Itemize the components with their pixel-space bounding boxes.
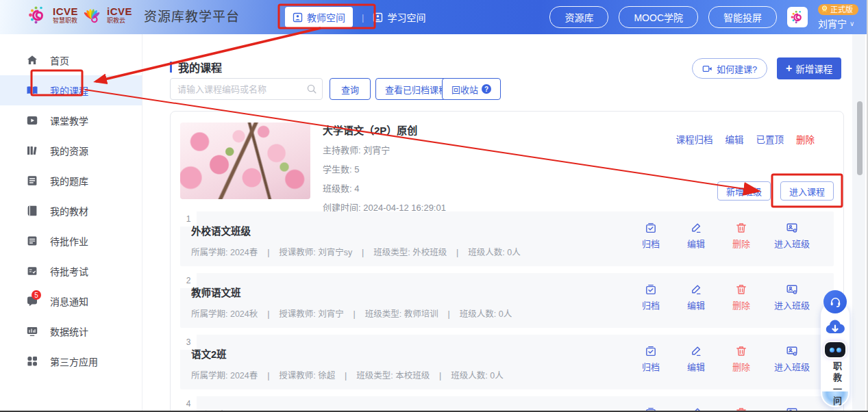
sidebar-item-home[interactable]: 首页 bbox=[0, 45, 142, 75]
enter-course-button[interactable]: 进入课程 bbox=[780, 181, 834, 201]
app-grid-icon bbox=[26, 355, 38, 368]
delete-class-button[interactable]: 删除 bbox=[720, 345, 762, 373]
trash-icon bbox=[735, 345, 747, 357]
archive-class-button[interactable]: 归档 bbox=[630, 222, 672, 250]
trash-icon bbox=[735, 283, 747, 296]
add-class-button[interactable]: 新增班级 bbox=[717, 181, 771, 201]
sidebar-item-notifications[interactable]: 5 消息通知 bbox=[0, 286, 142, 316]
teacher-space-icon bbox=[293, 12, 303, 23]
course-action-links: 课程归档 编辑 已置顶 删除 bbox=[676, 132, 815, 146]
class-meta: 所属学期: 2024秋 | 授课教师: 刘宵宁 | 班级类型: 教师培训 | 班… bbox=[191, 307, 512, 320]
scrollbar-thumb[interactable] bbox=[857, 101, 863, 175]
class-title: 语文2班 bbox=[191, 346, 227, 361]
video-camera-icon bbox=[702, 64, 712, 74]
archive-box-icon bbox=[645, 222, 657, 234]
mooc-college-button[interactable]: MOOC学院 bbox=[619, 6, 698, 28]
edit-class-button[interactable]: 编辑 bbox=[675, 283, 717, 311]
recycle-bin-button[interactable]: 回收站 ? bbox=[442, 78, 501, 100]
how-to-create-course-button[interactable]: 如何建课? bbox=[692, 58, 767, 79]
smart-screencast-button[interactable]: 智能投屏 bbox=[708, 6, 777, 28]
edit-class-button[interactable]: 编辑 bbox=[675, 345, 717, 373]
exam-document-icon bbox=[26, 265, 38, 277]
sidebar: 首页 我的课程 课堂教学 我的资源 我的题库 我的教材 待批作业 待批考试 bbox=[0, 34, 142, 412]
class-title: 教师语文班 bbox=[191, 285, 241, 299]
learning-space-icon bbox=[373, 12, 383, 23]
search-icon bbox=[306, 83, 317, 94]
resource-library-button[interactable]: 资源库 bbox=[549, 6, 608, 28]
trash-icon bbox=[735, 222, 747, 234]
zhijiaoyun-logo-icon bbox=[83, 5, 102, 25]
download-button[interactable] bbox=[823, 316, 847, 339]
customer-service-button[interactable] bbox=[823, 290, 847, 313]
monitor-chart-icon bbox=[26, 325, 38, 337]
class-row: 3 语文2班 所属学期: 2024春 | 授课教师: 徐超 | 班级类型: 本校… bbox=[180, 335, 834, 389]
archive-class-button[interactable]: 归档 bbox=[630, 283, 672, 311]
course-cover-image bbox=[180, 123, 310, 199]
enter-class-button[interactable]: 进入班级 bbox=[765, 222, 819, 250]
header-right: 资源库 MOOC学院 智能投屏 正式版 刘宵宁 bbox=[549, 0, 858, 34]
archive-box-icon bbox=[645, 345, 657, 357]
class-title: 外校语文班级 bbox=[191, 223, 251, 237]
archive-class-button[interactable]: 归档 bbox=[630, 345, 672, 373]
app-header: ICVE 智慧职教 iCVE 职教云 资源库教学平台 bbox=[0, 0, 868, 34]
course-panel: 大学语文（2P）原创 主持教师: 刘宵宁 学生数: 5 班级数: 4 创建时间:… bbox=[170, 111, 844, 412]
pencil-icon bbox=[690, 222, 702, 234]
official-version-badge: 正式版 bbox=[818, 4, 858, 15]
edit-class-button[interactable]: 编辑 bbox=[675, 222, 717, 250]
icve-zhihuizhijiao-logo-icon bbox=[27, 5, 48, 25]
tab-divider: | bbox=[362, 12, 364, 23]
cloud-download-icon bbox=[824, 317, 846, 339]
sidebar-item-question-bank[interactable]: 我的题库 bbox=[0, 166, 142, 196]
enter-class-button[interactable]: 进入班级 bbox=[765, 283, 819, 311]
assistant-vertical-label[interactable]: 职教一问 bbox=[827, 361, 843, 408]
sidebar-item-third-party-apps[interactable]: 第三方应用 bbox=[0, 346, 142, 376]
course-archive-link[interactable]: 课程归档 bbox=[676, 132, 713, 146]
delete-class-button[interactable]: 删除 bbox=[720, 283, 762, 311]
tab-learning-space[interactable]: 学习空间 bbox=[373, 10, 425, 24]
course-delete-link[interactable]: 删除 bbox=[796, 132, 815, 146]
user-menu[interactable]: 刘宵宁 ∨ bbox=[818, 16, 854, 30]
pencil-icon bbox=[690, 283, 702, 296]
sidebar-item-pending-homework[interactable]: 待批作业 bbox=[0, 226, 142, 256]
class-row-actions: 归档 编辑 删除 进入班级 bbox=[630, 222, 819, 250]
sidebar-item-pending-exams[interactable]: 待批考试 bbox=[0, 256, 142, 286]
homework-document-icon bbox=[26, 235, 38, 247]
plus-icon: + bbox=[786, 63, 792, 74]
course-search-input[interactable] bbox=[170, 78, 323, 100]
sidebar-item-textbooks[interactable]: 我的教材 bbox=[0, 196, 142, 226]
course-pinned-link[interactable]: 已置顶 bbox=[756, 132, 784, 146]
play-square-icon bbox=[26, 114, 38, 127]
books-icon bbox=[26, 144, 38, 157]
course-search bbox=[170, 78, 323, 100]
course-buttons: 新增班级 进入课程 bbox=[717, 181, 834, 201]
add-course-button[interactable]: + 新增课程 bbox=[777, 57, 841, 79]
help-icon: ? bbox=[482, 84, 491, 94]
textbook-icon bbox=[26, 205, 38, 217]
app-avatar[interactable] bbox=[787, 7, 808, 27]
sidebar-item-my-resources[interactable]: 我的资源 bbox=[0, 136, 142, 166]
pencil-icon bbox=[690, 345, 702, 357]
screen-enter-icon bbox=[786, 283, 798, 296]
tab-teacher-space[interactable]: 教师空间 bbox=[285, 7, 353, 27]
course-card: 大学语文（2P）原创 主持教师: 刘宵宁 学生数: 5 班级数: 4 创建时间:… bbox=[180, 121, 834, 209]
chevron-down-icon: ∨ bbox=[850, 20, 854, 27]
list-document-icon bbox=[26, 175, 38, 187]
sidebar-item-classroom-teaching[interactable]: 课堂教学 bbox=[0, 105, 142, 136]
class-row: 4 语文1班 归档 编辑 删除 进入班级 bbox=[180, 396, 834, 412]
screen-enter-icon bbox=[786, 222, 798, 234]
sidebar-item-statistics[interactable]: 数据统计 bbox=[0, 316, 142, 346]
query-button[interactable]: 查询 bbox=[330, 78, 371, 100]
scrollbar-track[interactable] bbox=[852, 34, 865, 411]
enter-class-button[interactable]: 进入班级 bbox=[765, 345, 819, 373]
sidebar-item-my-courses[interactable]: 我的课程 bbox=[0, 75, 142, 105]
robot-face-icon[interactable] bbox=[825, 342, 845, 357]
course-student-count: 学生数: 5 bbox=[323, 162, 834, 175]
class-meta: 所属学期: 2024春 | 授课教师: 徐超 | 班级类型: 本校班级 | 班级… bbox=[191, 368, 504, 381]
zhijiaoyun-logo-text: iCVE 职教云 bbox=[107, 6, 132, 24]
headset-icon bbox=[829, 296, 842, 309]
home-icon bbox=[26, 54, 38, 66]
open-book-icon bbox=[26, 84, 38, 96]
delete-class-button[interactable]: 删除 bbox=[720, 222, 762, 250]
course-edit-link[interactable]: 编辑 bbox=[726, 132, 744, 146]
archive-box-icon bbox=[645, 283, 657, 296]
